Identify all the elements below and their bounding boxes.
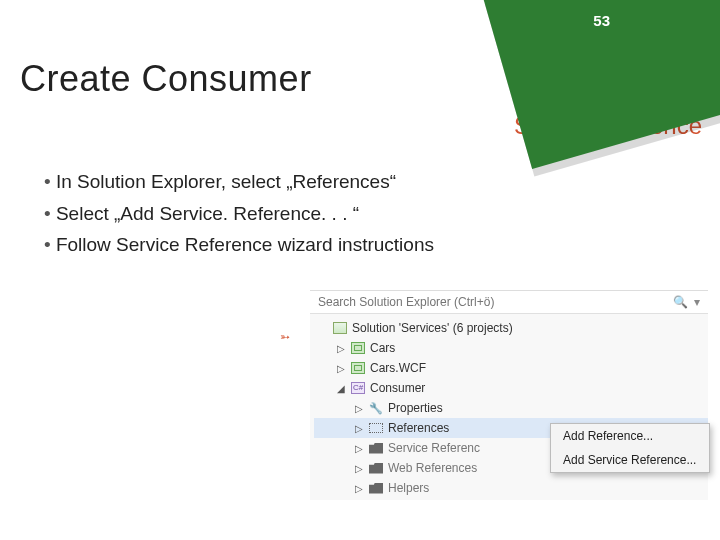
tree-properties-row[interactable]: ▷ 🔧 Properties	[314, 398, 708, 418]
bullet-item: Select „Add Service. Reference. . . “	[44, 200, 680, 228]
expand-icon[interactable]: ▷	[336, 363, 346, 374]
tree-solution-row[interactable]: Solution 'Services' (6 projects)	[314, 318, 708, 338]
tree-project-row[interactable]: ▷ Cars	[314, 338, 708, 358]
csharp-project-icon: C#	[351, 382, 365, 394]
search-icon: 🔍	[673, 295, 688, 309]
menu-item-add-reference[interactable]: Add Reference...	[551, 424, 709, 448]
expand-icon[interactable]: ▷	[354, 443, 364, 454]
expand-icon[interactable]: ▷	[354, 483, 364, 494]
slide: 53 Create Consumer Service reference In …	[0, 0, 720, 540]
expand-icon[interactable]: ▷	[354, 403, 364, 414]
chevron-down-icon: ▾	[694, 295, 700, 309]
pointer-arrow-icon: ➳	[280, 330, 290, 344]
solution-explorer-panel: 🔍 ▾ Solution 'Services' (6 projects) ▷ C…	[310, 290, 708, 500]
menu-item-add-service-reference[interactable]: Add Service Reference...	[551, 448, 709, 472]
properties-label: Properties	[388, 401, 443, 415]
bullet-item: Follow Service Reference wizard instruct…	[44, 231, 680, 259]
wrench-icon: 🔧	[368, 401, 384, 415]
search-input[interactable]	[318, 295, 667, 309]
folder-icon	[369, 443, 383, 454]
solution-label: Solution 'Services' (6 projects)	[352, 321, 513, 335]
folder-label: Service Referenc	[388, 441, 480, 455]
project-label: Consumer	[370, 381, 425, 395]
expand-icon[interactable]: ▷	[336, 343, 346, 354]
expand-icon[interactable]: ▷	[354, 463, 364, 474]
expand-icon[interactable]: ▷	[354, 423, 364, 434]
project-label: Cars.WCF	[370, 361, 426, 375]
tree-folder-row[interactable]: ▷ Helpers	[314, 478, 708, 498]
slide-title: Create Consumer	[20, 58, 312, 100]
folder-label: Helpers	[388, 481, 429, 495]
folder-icon	[369, 483, 383, 494]
search-bar[interactable]: 🔍 ▾	[310, 291, 708, 314]
references-label: References	[388, 421, 449, 435]
tree-project-row[interactable]: ◢ C# Consumer	[314, 378, 708, 398]
folder-icon	[369, 463, 383, 474]
solution-icon	[333, 322, 347, 334]
project-label: Cars	[370, 341, 395, 355]
bullet-list: In Solution Explorer, select „References…	[44, 168, 680, 263]
collapse-icon[interactable]: ◢	[336, 383, 346, 394]
project-icon	[351, 362, 365, 374]
tree-project-row[interactable]: ▷ Cars.WCF	[314, 358, 708, 378]
folder-label: Web References	[388, 461, 477, 475]
references-icon	[369, 423, 383, 433]
page-number: 53	[593, 12, 610, 29]
project-icon	[351, 342, 365, 354]
context-menu: Add Reference... Add Service Reference..…	[550, 423, 710, 473]
bullet-item: In Solution Explorer, select „References…	[44, 168, 680, 196]
